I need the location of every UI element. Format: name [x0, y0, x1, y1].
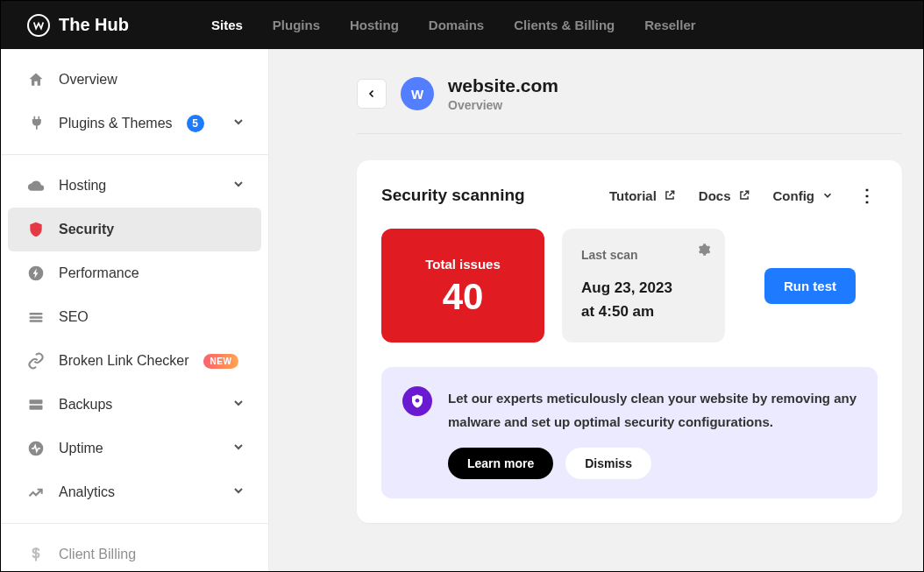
nav-reseller[interactable]: Reseller	[644, 18, 695, 32]
sidebar-item-label: Backups	[59, 397, 112, 413]
chevron-down-icon	[231, 177, 245, 194]
sidebar-item-security[interactable]: Security	[8, 208, 261, 251]
card-title: Security scanning	[381, 186, 609, 205]
sidebar-item-backups[interactable]: Backups	[8, 383, 261, 427]
sidebar-item-performance[interactable]: Performance	[8, 251, 261, 295]
svg-point-7	[416, 399, 420, 403]
sidebar-item-broken-link-checker[interactable]: Broken Link Checker NEW	[8, 339, 261, 383]
svg-rect-3	[30, 320, 43, 322]
sidebar: Overview Plugins & Themes 5	[1, 49, 269, 571]
dismiss-button[interactable]: Dismiss	[565, 448, 651, 479]
brand-logo[interactable]: The Hub	[27, 14, 129, 37]
storage-icon	[27, 396, 45, 413]
site-title: website.com	[448, 75, 558, 96]
site-avatar: W	[401, 77, 434, 110]
docs-link[interactable]: Docs	[699, 188, 750, 203]
main-content: W website.com Overview Security scanning…	[269, 49, 923, 571]
link-icon	[27, 352, 45, 370]
plug-icon	[27, 115, 45, 132]
external-link-icon	[664, 189, 676, 201]
config-dropdown[interactable]: Config	[773, 188, 834, 203]
brand-name: The Hub	[59, 15, 129, 35]
sidebar-item-label: Performance	[59, 265, 139, 281]
sidebar-item-label: Overview	[59, 72, 117, 88]
nav-hosting[interactable]: Hosting	[350, 18, 399, 32]
seo-icon	[27, 308, 45, 326]
sidebar-item-label: SEO	[59, 309, 89, 325]
svg-rect-2	[30, 316, 43, 319]
svg-rect-1	[30, 313, 43, 315]
chevron-down-icon	[231, 440, 245, 457]
sidebar-item-seo[interactable]: SEO	[8, 295, 261, 339]
sidebar-item-uptime[interactable]: Uptime	[8, 427, 261, 470]
nav-sites[interactable]: Sites	[211, 18, 243, 32]
heartbeat-icon	[27, 440, 45, 457]
sidebar-item-label: Uptime	[59, 441, 103, 456]
nav-plugins[interactable]: Plugins	[273, 18, 320, 32]
svg-rect-5	[30, 406, 43, 410]
link-label: Config	[773, 188, 814, 203]
sidebar-item-label: Security	[59, 222, 114, 237]
divider	[357, 133, 902, 134]
promo-text: Let our experts meticulously clean your …	[448, 386, 856, 434]
sidebar-item-label: Broken Link Checker	[59, 353, 189, 369]
link-label: Tutorial	[609, 188, 657, 203]
bolt-icon	[27, 265, 45, 282]
sidebar-item-analytics[interactable]: Analytics	[8, 470, 261, 514]
cloud-icon	[27, 177, 45, 194]
security-scanning-card: Security scanning Tutorial Docs Config	[357, 160, 902, 523]
last-scan-date-line2: at 4:50 am	[581, 300, 706, 323]
sidebar-item-plugins-themes[interactable]: Plugins & Themes 5	[8, 102, 261, 145]
learn-more-button[interactable]: Learn more	[448, 448, 553, 479]
expert-clean-promo: Let our experts meticulously clean your …	[381, 367, 878, 498]
last-scan-label: Last scan	[581, 248, 706, 262]
tutorial-link[interactable]: Tutorial	[609, 188, 676, 203]
nav-domains[interactable]: Domains	[429, 18, 484, 32]
sidebar-item-overview[interactable]: Overview	[8, 58, 261, 102]
topbar: The Hub Sites Plugins Hosting Domains Cl…	[1, 1, 923, 49]
dollar-icon	[27, 546, 45, 563]
shield-icon	[27, 221, 45, 238]
chevron-down-icon	[231, 115, 245, 132]
chevron-down-icon	[231, 396, 245, 413]
sidebar-item-label: Analytics	[59, 484, 115, 500]
logo-icon	[27, 14, 50, 37]
sidebar-item-label: Plugins & Themes	[59, 116, 173, 131]
sidebar-item-label: Hosting	[59, 178, 106, 194]
new-badge: NEW	[203, 354, 239, 369]
last-scan-tile: Last scan Aug 23, 2023 at 4:50 am	[562, 229, 725, 342]
chevron-down-icon	[231, 484, 245, 501]
total-issues-value: 40	[443, 279, 484, 315]
svg-rect-4	[30, 399, 43, 404]
top-nav: Sites Plugins Hosting Domains Clients & …	[211, 18, 696, 32]
page-subtitle: Overview	[448, 98, 558, 112]
total-issues-label: Total issues	[425, 257, 501, 272]
last-scan-date-line1: Aug 23, 2023	[581, 276, 706, 300]
nav-clients-billing[interactable]: Clients & Billing	[514, 18, 615, 32]
run-test-area: Run test	[743, 229, 878, 342]
shield-badge-icon	[402, 386, 432, 416]
sidebar-item-label: Client Billing	[59, 547, 136, 562]
sidebar-item-client-billing[interactable]: Client Billing	[8, 533, 261, 571]
gear-icon[interactable]	[697, 243, 711, 260]
plugins-count-badge: 5	[187, 115, 204, 132]
site-avatar-initial: W	[411, 87, 423, 102]
chart-icon	[27, 484, 45, 501]
home-icon	[27, 71, 45, 88]
page-header: W website.com Overview	[290, 75, 902, 133]
back-button[interactable]	[357, 79, 387, 109]
link-label: Docs	[699, 188, 731, 203]
chevron-down-icon	[821, 189, 834, 201]
external-link-icon	[738, 189, 750, 201]
more-menu-button[interactable]: ⋮	[856, 185, 878, 206]
sidebar-item-hosting[interactable]: Hosting	[8, 164, 261, 208]
total-issues-tile: Total issues 40	[381, 229, 544, 342]
run-test-button[interactable]: Run test	[764, 268, 856, 304]
